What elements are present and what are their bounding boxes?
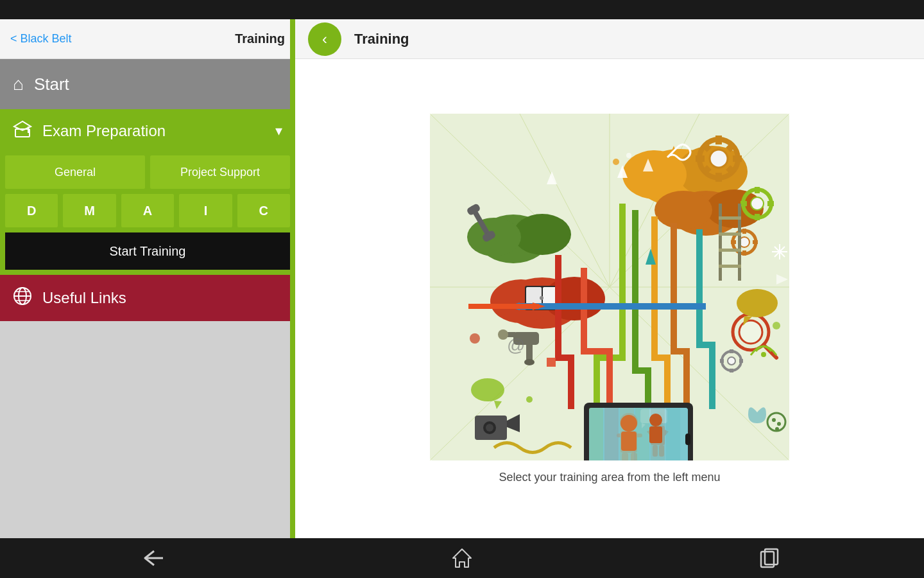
- svg-point-83: [737, 289, 778, 317]
- svg-rect-73: [719, 249, 741, 252]
- svg-rect-53: [742, 250, 746, 256]
- svg-point-100: [613, 159, 619, 165]
- svg-rect-70: [738, 204, 741, 281]
- graduation-icon: [13, 120, 32, 143]
- right-panel: ‹ Training: [295, 19, 924, 538]
- recent-apps-button[interactable]: [744, 542, 796, 574]
- svg-point-102: [470, 333, 480, 344]
- svg-point-45: [751, 197, 764, 210]
- svg-rect-52: [742, 229, 746, 234]
- svg-point-126: [761, 352, 766, 357]
- left-header: < Black Belt Training: [0, 19, 295, 59]
- status-bar: [0, 0, 924, 19]
- svg-rect-79: [526, 345, 533, 361]
- svg-point-35: [710, 150, 728, 168]
- svg-rect-54: [753, 240, 758, 244]
- sub-menu-row2: D M A I C: [5, 194, 290, 227]
- svg-point-137: [649, 414, 662, 426]
- exam-prep-label: Exam Preparation: [42, 122, 265, 140]
- right-back-button[interactable]: ‹: [308, 22, 341, 56]
- home-icon: ⌂: [13, 74, 24, 94]
- svg-point-33: [540, 296, 543, 300]
- svg-point-103: [773, 322, 780, 329]
- dmaic-a-button[interactable]: A: [121, 194, 174, 227]
- svg-marker-141: [453, 549, 471, 567]
- svg-rect-134: [589, 408, 688, 460]
- svg-point-94: [777, 422, 781, 426]
- right-header: ‹ Training: [295, 19, 924, 59]
- left-header-title: Training: [235, 31, 285, 46]
- svg-text:@: @: [507, 335, 525, 355]
- svg-rect-59: [730, 369, 733, 372]
- svg-rect-58: [730, 349, 733, 353]
- svg-rect-69: [719, 204, 722, 281]
- bottom-navigation-bar: [0, 538, 924, 578]
- svg-point-135: [620, 415, 637, 432]
- svg-rect-72: [719, 232, 741, 236]
- svg-rect-139: [685, 434, 690, 445]
- svg-point-76: [739, 320, 762, 344]
- training-image: @: [430, 114, 789, 460]
- back-link[interactable]: < Black Belt: [10, 32, 72, 46]
- home-nav-button[interactable]: [436, 542, 488, 574]
- svg-rect-49: [740, 201, 747, 206]
- sidebar-accent: [290, 19, 295, 538]
- nav-start[interactable]: ⌂ Start: [0, 59, 295, 109]
- start-training-button[interactable]: Start Training: [5, 232, 290, 270]
- svg-rect-123: [547, 358, 556, 367]
- svg-rect-38: [733, 155, 742, 162]
- svg-point-80: [524, 359, 535, 365]
- useful-links-label: Useful Links: [42, 289, 126, 307]
- right-content: @: [295, 59, 924, 538]
- svg-rect-37: [715, 173, 722, 182]
- svg-point-85: [471, 378, 504, 401]
- project-support-button[interactable]: Project Support: [150, 155, 290, 189]
- svg-rect-60: [739, 359, 743, 363]
- svg-rect-138: [649, 426, 662, 443]
- svg-rect-74: [719, 265, 741, 268]
- svg-point-104: [526, 396, 533, 403]
- svg-point-57: [728, 357, 735, 365]
- dmaic-i-button[interactable]: I: [179, 194, 232, 227]
- svg-point-23: [654, 191, 712, 229]
- exam-sub-menu: General Project Support D M A I C Start …: [0, 153, 295, 275]
- exam-preparation-header[interactable]: Exam Preparation ▾: [0, 109, 295, 153]
- back-arrow-icon: ‹: [322, 30, 327, 48]
- left-panel: < Black Belt Training ⌂ Start Exam Prepa…: [0, 19, 295, 538]
- svg-rect-48: [767, 201, 774, 206]
- svg-rect-39: [696, 155, 705, 162]
- svg-rect-55: [731, 240, 736, 244]
- chevron-down-icon: ▾: [275, 123, 282, 139]
- svg-point-101: [626, 153, 631, 158]
- svg-rect-46: [755, 187, 760, 193]
- dmaic-m-button[interactable]: M: [63, 194, 116, 227]
- sub-menu-row1: General Project Support: [5, 155, 290, 189]
- nav-useful-links[interactable]: Useful Links: [0, 275, 295, 321]
- general-button[interactable]: General: [5, 155, 145, 189]
- right-header-title: Training: [354, 31, 409, 48]
- svg-rect-136: [621, 432, 637, 451]
- svg-point-25: [513, 214, 571, 255]
- svg-point-93: [772, 418, 776, 422]
- svg-rect-61: [720, 359, 724, 363]
- dmaic-d-button[interactable]: D: [5, 194, 58, 227]
- back-nav-button[interactable]: [128, 542, 180, 574]
- dmaic-c-button[interactable]: C: [237, 194, 290, 227]
- globe-icon: [13, 286, 32, 310]
- svg-point-95: [775, 427, 779, 431]
- training-caption: Select your training area from the left …: [499, 471, 720, 484]
- svg-rect-47: [755, 214, 760, 220]
- svg-rect-36: [715, 136, 722, 144]
- start-label: Start: [34, 74, 69, 94]
- svg-point-91: [486, 424, 493, 432]
- svg-rect-71: [719, 216, 741, 220]
